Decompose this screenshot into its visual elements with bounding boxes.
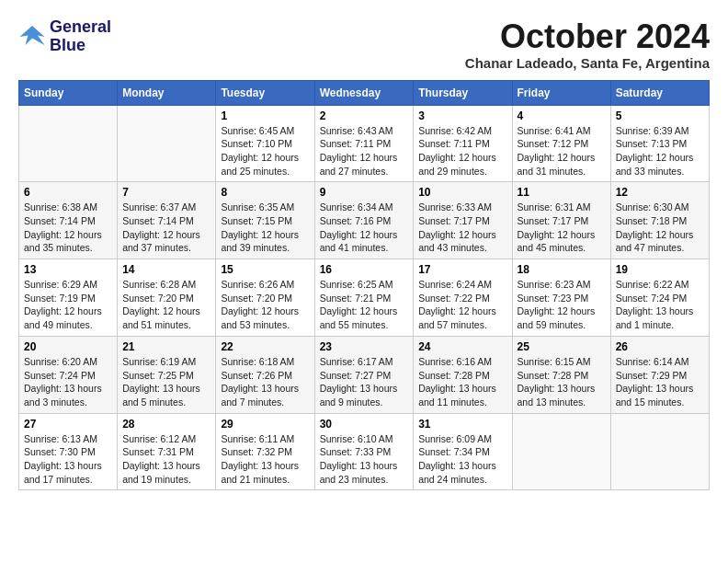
logo: General Blue (18, 18, 111, 55)
day-info: Sunrise: 6:14 AM Sunset: 7:29 PM Dayligh… (616, 355, 704, 409)
calendar-cell: 7Sunrise: 6:37 AM Sunset: 7:14 PM Daylig… (118, 182, 216, 259)
day-number: 5 (616, 109, 704, 122)
calendar-week-row: 6Sunrise: 6:38 AM Sunset: 7:14 PM Daylig… (19, 182, 710, 259)
day-number: 31 (418, 418, 506, 431)
day-number: 17 (418, 263, 506, 276)
day-info: Sunrise: 6:17 AM Sunset: 7:27 PM Dayligh… (320, 355, 409, 409)
page-header: General Blue October 2024 Chanar Ladeado… (18, 18, 710, 71)
day-info: Sunrise: 6:30 AM Sunset: 7:18 PM Dayligh… (616, 201, 704, 255)
day-number: 16 (320, 263, 409, 276)
day-info: Sunrise: 6:42 AM Sunset: 7:11 PM Dayligh… (418, 124, 506, 178)
weekday-header: Thursday (414, 80, 512, 105)
day-number: 1 (221, 109, 309, 122)
day-info: Sunrise: 6:24 AM Sunset: 7:22 PM Dayligh… (418, 278, 506, 332)
day-info: Sunrise: 6:09 AM Sunset: 7:34 PM Dayligh… (418, 432, 506, 487)
calendar-cell: 25Sunrise: 6:15 AM Sunset: 7:28 PM Dayli… (512, 336, 610, 413)
day-number: 3 (418, 109, 506, 122)
weekday-header: Wednesday (314, 80, 414, 105)
day-number: 30 (320, 418, 409, 431)
calendar-cell: 27Sunrise: 6:13 AM Sunset: 7:30 PM Dayli… (19, 413, 118, 490)
calendar-cell: 31Sunrise: 6:09 AM Sunset: 7:34 PM Dayli… (414, 413, 512, 490)
day-number: 2 (320, 109, 409, 122)
day-info: Sunrise: 6:18 AM Sunset: 7:26 PM Dayligh… (221, 355, 309, 409)
day-number: 20 (24, 340, 112, 353)
location-subtitle: Chanar Ladeado, Santa Fe, Argentina (465, 55, 710, 71)
day-number: 11 (518, 186, 606, 199)
day-info: Sunrise: 6:33 AM Sunset: 7:17 PM Dayligh… (418, 201, 506, 255)
calendar-week-row: 1Sunrise: 6:45 AM Sunset: 7:10 PM Daylig… (19, 105, 710, 182)
calendar-week-row: 27Sunrise: 6:13 AM Sunset: 7:30 PM Dayli… (19, 413, 710, 490)
calendar-week-row: 13Sunrise: 6:29 AM Sunset: 7:19 PM Dayli… (19, 259, 710, 337)
day-info: Sunrise: 6:10 AM Sunset: 7:33 PM Dayligh… (320, 432, 409, 487)
day-number: 27 (24, 418, 112, 431)
calendar-cell (118, 105, 216, 182)
day-info: Sunrise: 6:13 AM Sunset: 7:30 PM Dayligh… (24, 432, 112, 487)
calendar-cell: 26Sunrise: 6:14 AM Sunset: 7:29 PM Dayli… (610, 336, 709, 413)
calendar-cell: 19Sunrise: 6:22 AM Sunset: 7:24 PM Dayli… (610, 259, 709, 337)
day-number: 23 (320, 340, 409, 353)
weekday-header: Monday (118, 80, 216, 105)
logo-icon (18, 24, 46, 50)
calendar-cell: 30Sunrise: 6:10 AM Sunset: 7:33 PM Dayli… (314, 413, 414, 490)
day-info: Sunrise: 6:29 AM Sunset: 7:19 PM Dayligh… (24, 278, 112, 332)
weekday-header: Saturday (610, 80, 709, 105)
day-info: Sunrise: 6:41 AM Sunset: 7:12 PM Dayligh… (518, 124, 606, 178)
day-number: 29 (221, 418, 309, 431)
day-number: 6 (24, 186, 112, 199)
calendar-cell: 11Sunrise: 6:31 AM Sunset: 7:17 PM Dayli… (512, 182, 610, 259)
day-info: Sunrise: 6:23 AM Sunset: 7:23 PM Dayligh… (518, 278, 606, 332)
day-number: 14 (122, 263, 210, 276)
calendar-cell: 1Sunrise: 6:45 AM Sunset: 7:10 PM Daylig… (216, 105, 314, 182)
calendar-cell: 13Sunrise: 6:29 AM Sunset: 7:19 PM Dayli… (19, 259, 118, 337)
calendar-cell (19, 105, 118, 182)
day-info: Sunrise: 6:22 AM Sunset: 7:24 PM Dayligh… (616, 278, 704, 332)
calendar-cell: 22Sunrise: 6:18 AM Sunset: 7:26 PM Dayli… (216, 336, 314, 413)
calendar-cell: 3Sunrise: 6:42 AM Sunset: 7:11 PM Daylig… (414, 105, 512, 182)
calendar-cell: 5Sunrise: 6:39 AM Sunset: 7:13 PM Daylig… (610, 105, 709, 182)
day-info: Sunrise: 6:15 AM Sunset: 7:28 PM Dayligh… (518, 355, 606, 409)
day-number: 25 (518, 340, 606, 353)
calendar-table: SundayMondayTuesdayWednesdayThursdayFrid… (18, 80, 710, 491)
calendar-cell: 21Sunrise: 6:19 AM Sunset: 7:25 PM Dayli… (118, 336, 216, 413)
title-block: October 2024 Chanar Ladeado, Santa Fe, A… (465, 18, 710, 71)
day-number: 15 (221, 263, 309, 276)
day-info: Sunrise: 6:43 AM Sunset: 7:11 PM Dayligh… (320, 124, 409, 178)
calendar-cell: 4Sunrise: 6:41 AM Sunset: 7:12 PM Daylig… (512, 105, 610, 182)
calendar-cell: 2Sunrise: 6:43 AM Sunset: 7:11 PM Daylig… (314, 105, 414, 182)
calendar-cell: 17Sunrise: 6:24 AM Sunset: 7:22 PM Dayli… (414, 259, 512, 337)
day-info: Sunrise: 6:16 AM Sunset: 7:28 PM Dayligh… (418, 355, 506, 409)
day-number: 22 (221, 340, 309, 353)
day-info: Sunrise: 6:38 AM Sunset: 7:14 PM Dayligh… (24, 201, 112, 255)
logo-text: General Blue (50, 18, 111, 55)
calendar-cell: 18Sunrise: 6:23 AM Sunset: 7:23 PM Dayli… (512, 259, 610, 337)
day-number: 18 (518, 263, 606, 276)
day-info: Sunrise: 6:45 AM Sunset: 7:10 PM Dayligh… (221, 124, 309, 178)
calendar-cell: 9Sunrise: 6:34 AM Sunset: 7:16 PM Daylig… (314, 182, 414, 259)
calendar-header-row: SundayMondayTuesdayWednesdayThursdayFrid… (19, 80, 710, 105)
day-number: 7 (122, 186, 210, 199)
day-number: 10 (418, 186, 506, 199)
calendar-cell: 10Sunrise: 6:33 AM Sunset: 7:17 PM Dayli… (414, 182, 512, 259)
day-info: Sunrise: 6:37 AM Sunset: 7:14 PM Dayligh… (122, 201, 210, 255)
day-number: 8 (221, 186, 309, 199)
day-number: 21 (122, 340, 210, 353)
calendar-cell (512, 413, 610, 490)
day-info: Sunrise: 6:11 AM Sunset: 7:32 PM Dayligh… (221, 432, 309, 487)
calendar-cell (610, 413, 709, 490)
calendar-cell: 8Sunrise: 6:35 AM Sunset: 7:15 PM Daylig… (216, 182, 314, 259)
day-info: Sunrise: 6:25 AM Sunset: 7:21 PM Dayligh… (320, 278, 409, 332)
day-info: Sunrise: 6:19 AM Sunset: 7:25 PM Dayligh… (122, 355, 210, 409)
calendar-cell: 23Sunrise: 6:17 AM Sunset: 7:27 PM Dayli… (314, 336, 414, 413)
weekday-header: Friday (512, 80, 610, 105)
calendar-cell: 24Sunrise: 6:16 AM Sunset: 7:28 PM Dayli… (414, 336, 512, 413)
day-info: Sunrise: 6:39 AM Sunset: 7:13 PM Dayligh… (616, 124, 704, 178)
day-info: Sunrise: 6:31 AM Sunset: 7:17 PM Dayligh… (518, 201, 606, 255)
svg-marker-0 (20, 26, 45, 45)
calendar-cell: 20Sunrise: 6:20 AM Sunset: 7:24 PM Dayli… (19, 336, 118, 413)
day-info: Sunrise: 6:20 AM Sunset: 7:24 PM Dayligh… (24, 355, 112, 409)
day-number: 26 (616, 340, 704, 353)
day-info: Sunrise: 6:26 AM Sunset: 7:20 PM Dayligh… (221, 278, 309, 332)
calendar-cell: 6Sunrise: 6:38 AM Sunset: 7:14 PM Daylig… (19, 182, 118, 259)
day-number: 12 (616, 186, 704, 199)
calendar-cell: 14Sunrise: 6:28 AM Sunset: 7:20 PM Dayli… (118, 259, 216, 337)
